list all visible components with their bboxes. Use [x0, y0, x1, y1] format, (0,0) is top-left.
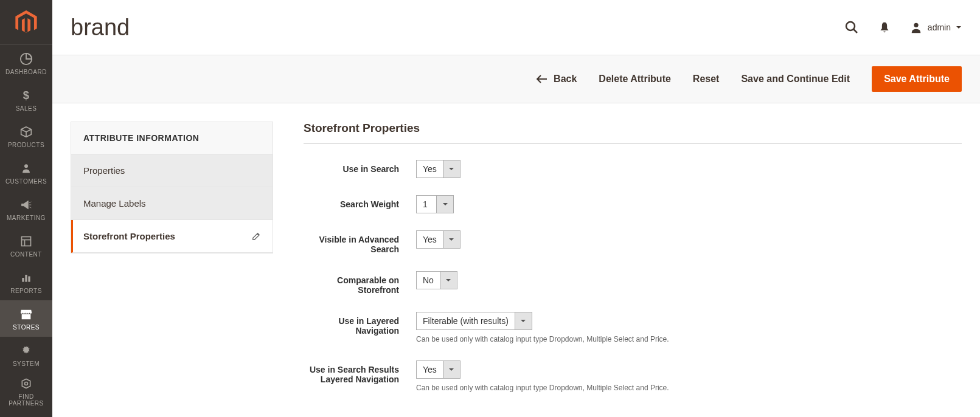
svg-rect-6	[22, 278, 24, 282]
nav-dashboard[interactable]: DASHBOARD	[0, 45, 52, 81]
select-search-layered[interactable]: Yes	[416, 360, 460, 379]
svg-text:$: $	[23, 89, 30, 102]
nav-find-partners[interactable]: FIND PARTNERS	[0, 373, 52, 410]
svg-line-11	[853, 29, 857, 33]
label-search-weight: Search Weight	[304, 195, 416, 209]
label-search-layered: Use in Search Results Layered Navigation	[304, 360, 416, 384]
tab-manage-labels[interactable]: Manage Labels	[71, 187, 273, 220]
select-search-weight[interactable]: 1	[416, 195, 454, 213]
svg-point-9	[25, 382, 28, 385]
tab-storefront-properties[interactable]: Storefront Properties	[71, 220, 273, 253]
gear-icon	[19, 343, 33, 358]
chevron-down-icon	[443, 231, 460, 248]
chevron-down-icon	[515, 312, 532, 329]
chevron-down-icon	[436, 196, 453, 213]
layout-icon	[19, 234, 33, 249]
user-label: admin	[928, 22, 951, 32]
notifications-icon[interactable]	[877, 19, 892, 35]
pencil-icon	[252, 232, 260, 241]
megaphone-icon	[19, 198, 33, 212]
admin-nav: DASHBOARD $ SALES PRODUCTS CUSTOMERS MAR…	[0, 0, 52, 417]
select-layered-nav[interactable]: Filterable (with results)	[416, 312, 532, 330]
svg-rect-7	[25, 275, 27, 282]
note-layered-nav: Can be used only with catalog input type…	[416, 335, 962, 343]
nav-system[interactable]: SYSTEM	[0, 337, 52, 373]
back-button[interactable]: Back	[537, 74, 577, 84]
select-use-in-search[interactable]: Yes	[416, 160, 460, 178]
logo-icon	[15, 10, 37, 35]
nav-customers[interactable]: CUSTOMERS	[0, 154, 52, 191]
storefront-icon	[19, 307, 33, 322]
select-comparable[interactable]: No	[416, 271, 457, 289]
svg-rect-3	[22, 236, 31, 246]
dollar-icon: $	[19, 88, 33, 103]
page-header: brand admin	[52, 0, 980, 55]
svg-point-12	[914, 23, 918, 27]
label-layered-nav: Use in Layered Navigation	[304, 312, 416, 336]
bars-icon	[19, 271, 33, 285]
label-visible-advanced: Visible in Advanced Search	[304, 230, 416, 254]
attribute-info-panel: ATTRIBUTE INFORMATION Properties Manage …	[71, 122, 273, 253]
nav-marketing[interactable]: MARKETING	[0, 191, 52, 227]
form-section-title: Storefront Properties	[304, 122, 962, 144]
svg-rect-8	[28, 276, 30, 281]
page-title: brand	[71, 15, 130, 41]
partners-icon	[19, 376, 33, 391]
user-icon	[909, 21, 923, 34]
chevron-down-icon	[956, 24, 962, 30]
dashboard-icon	[19, 52, 33, 66]
nav-stores[interactable]: STORES	[0, 300, 52, 337]
nav-content[interactable]: CONTENT	[0, 227, 52, 264]
box-icon	[19, 125, 33, 139]
svg-point-2	[24, 164, 28, 168]
magento-logo[interactable]	[0, 0, 52, 45]
tab-properties[interactable]: Properties	[71, 154, 273, 187]
chevron-down-icon	[440, 272, 457, 289]
arrow-left-icon	[537, 75, 547, 83]
user-menu[interactable]: admin	[909, 21, 962, 34]
save-attribute-button[interactable]: Save Attribute	[872, 66, 962, 92]
nav-sales[interactable]: $ SALES	[0, 81, 52, 118]
reset-button[interactable]: Reset	[693, 74, 720, 84]
save-continue-button[interactable]: Save and Continue Edit	[741, 74, 850, 84]
person-icon	[19, 161, 33, 176]
action-toolbar: Back Delete Attribute Reset Save and Con…	[52, 55, 980, 103]
delete-attribute-button[interactable]: Delete Attribute	[599, 74, 671, 84]
select-visible-advanced[interactable]: Yes	[416, 230, 460, 249]
note-search-layered: Can be used only with catalog input type…	[416, 384, 962, 392]
storefront-properties-form: Storefront Properties Use in Search Yes …	[304, 122, 962, 409]
label-comparable: Comparable on Storefront	[304, 271, 416, 295]
search-icon[interactable]	[844, 19, 860, 35]
svg-point-10	[846, 22, 855, 30]
label-use-in-search: Use in Search	[304, 160, 416, 174]
chevron-down-icon	[443, 361, 460, 378]
side-panel-heading: ATTRIBUTE INFORMATION	[71, 122, 273, 154]
nav-products[interactable]: PRODUCTS	[0, 118, 52, 154]
chevron-down-icon	[443, 160, 460, 177]
nav-reports[interactable]: REPORTS	[0, 264, 52, 300]
